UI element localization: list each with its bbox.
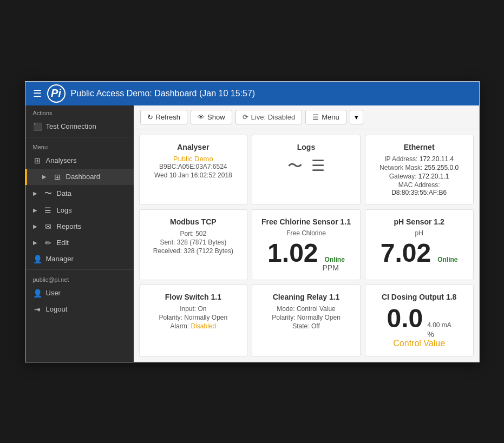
port-label: Port: [180,230,193,237]
sidebar-item-manager[interactable]: 👤 Manager [25,251,134,267]
gateway-value: 172.20.1.1 [418,173,449,180]
manager-icon: 👤 [33,255,42,263]
mode-value: Control Value [297,305,336,313]
sidebar-item-test-connection[interactable]: ⬛ Test Connection [25,118,134,135]
card-modbus: Modbus TCP Port: 502 Sent: 328 (7871 Byt… [139,209,248,280]
logs-title: Logs [260,143,352,151]
cleaning-relay-title: Cleaning Relay 1.1 [260,293,352,301]
mode-row: Mode: Control Value [260,305,352,313]
sidebar-item-data[interactable]: ▶ 〜 Data [25,185,134,202]
state-label: State: [292,322,309,330]
sidebar-item-dashboard[interactable]: ▶ ⊞ Dashboard [25,169,134,185]
header: ☰ Pi Public Access Demo: Dashboard (Jan … [25,82,479,105]
menu-icon: ☰ [312,113,319,121]
logs-icons: 〜 ☰ [260,156,352,176]
free-chlorine-unit: PPM [323,263,339,272]
analysers-label: Analysers [46,156,126,164]
live-icon: ⟳ [243,113,248,121]
data-icon: 〜 [44,189,53,199]
free-chlorine-subtitle: Free Chlorine [260,229,352,237]
free-chlorine-title: Free Chlorine Sensor 1.1 [260,217,352,226]
port-row: Port: 502 [147,229,240,238]
sidebar-item-logout[interactable]: ⇥ Logout [25,301,134,318]
logout-label: Logout [46,305,126,313]
header-title: Public Access Demo: Dashboard (Jan 10 15… [71,89,256,98]
polarity-value: Normally Open [184,314,227,321]
dropdown-button[interactable]: ▾ [350,110,363,124]
sidebar-item-logs[interactable]: ▶ ☰ Logs [25,202,134,219]
show-button[interactable]: 👁 Show [191,110,232,124]
ethernet-title: Ethernet [373,143,466,151]
user-label: User [46,289,126,297]
content-area: ↻ Refresh 👁 Show ⟳ Live: Disabled ☰ Menu… [134,105,479,362]
alarm-value: Disabled [191,322,216,330]
mask-value: 255.255.0.0 [424,164,459,171]
refresh-button[interactable]: ↻ Refresh [140,110,188,124]
cl-dosing-footer: Control Value [373,339,466,348]
sent-label: Sent: [160,239,175,246]
ph-sensor-status: Online [437,256,457,263]
cleaning-polarity-value: Normally Open [297,314,341,321]
logo: Pi [47,84,66,103]
polarity-label: Polarity: [159,314,182,321]
eye-icon: 👁 [198,113,205,121]
test-connection-label: Test Connection [46,122,126,130]
mac-label: MAC Address: [398,181,440,189]
input-row: Input: On [147,305,240,313]
ip-value: 172.20.11.4 [420,155,454,163]
sidebar-item-analysers[interactable]: ⊞ Analysers [25,153,134,169]
gateway-label: Gateway: [389,173,417,180]
cl-dosing-secondary: 4.00 mA [427,321,451,329]
sidebar-item-edit[interactable]: ▶ ✏ Edit [25,235,134,251]
list-icon: ☰ [311,157,325,175]
analyser-title: Analyser [147,143,240,151]
analyser-date: Wed 10 Jan 16:02:52 2018 [147,171,240,179]
live-button[interactable]: ⟳ Live: Disabled [235,110,303,124]
cleaning-polarity-label: Polarity: [272,314,295,321]
menu-button[interactable]: ☰ Menu [305,110,346,124]
polarity-row: Polarity: Normally Open [147,313,240,322]
flow-switch-title: Flow Switch 1.1 [147,293,240,301]
main-layout: Actions ⬛ Test Connection Menu ⊞ Analyse… [25,105,479,362]
analyser-name[interactable]: Public Demo [147,155,240,163]
sidebar-divider-1 [25,137,134,137]
input-value: On [198,305,207,313]
actions-label: Actions [25,105,134,118]
arrow-right-icon-data: ▶ [33,190,37,196]
free-chlorine-value: 1.02 [267,239,318,268]
dashboard-icon: ⊞ [53,173,62,181]
card-ethernet: Ethernet IP Address: 172.20.11.4 Network… [365,135,474,205]
mask-label: Network Mask: [379,164,422,171]
sidebar-item-reports[interactable]: ▶ ✉ Reports [25,219,134,235]
flow-switch-values: Input: On Polarity: Normally Open Alarm:… [147,305,240,330]
edit-label: Edit [57,239,126,247]
state-row: State: Off [260,322,352,330]
dashboard-label: Dashboard [66,173,126,181]
refresh-label: Refresh [156,113,181,121]
card-flow-switch: Flow Switch 1.1 Input: On Polarity: Norm… [139,285,248,356]
port-value: 502 [195,230,206,237]
reports-label: Reports [57,222,126,230]
arrow-right-icon: ▶ [42,174,47,180]
data-label: Data [57,189,126,197]
hamburger-icon[interactable]: ☰ [33,88,42,100]
ph-sensor-value-row: 7.02 Online [373,239,466,268]
ip-label: IP Address: [384,155,417,163]
edit-icon: ✏ [44,239,53,247]
analyser-id: B9BC:A05E:03A7:6524 [147,163,240,170]
show-label: Show [207,113,225,121]
arrow-right-icon-logs: ▶ [33,207,37,213]
menu-label: Menu [322,113,339,121]
sidebar-item-user[interactable]: 👤 User [25,285,134,301]
chart-icon: 〜 [287,156,303,176]
ph-sensor-subtitle: pH [373,229,466,237]
ethernet-values: IP Address: 172.20.11.4 Network Mask: 25… [373,155,466,197]
sent-value: 328 (7871 Bytes) [177,239,226,246]
arrow-right-icon-edit: ▶ [33,240,37,246]
live-label: Live: Disabled [251,113,296,121]
input-label: Input: [180,305,196,313]
monitor-icon: ⬛ [33,122,42,131]
mac-row: MAC Address: D8:80:39:55:AF:B6 [373,181,466,197]
modbus-title: Modbus TCP [147,217,240,226]
mac-value: D8:80:39:55:AF:B6 [391,189,447,196]
